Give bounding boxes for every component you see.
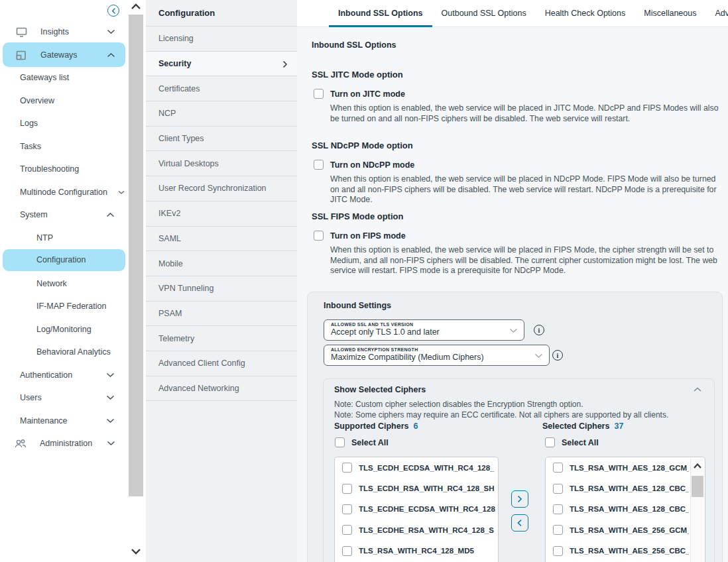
- supported-select-all-checkbox[interactable]: [335, 437, 345, 447]
- menu-item-label: Advanced Client Config: [158, 359, 245, 368]
- sidebar-item-configuration[interactable]: Configuration: [36, 249, 86, 271]
- scroll-up-icon[interactable]: [693, 463, 702, 469]
- cipher-checkbox[interactable]: [553, 463, 563, 473]
- ndcpp-checkbox[interactable]: [314, 160, 324, 170]
- chevron-down-icon: [107, 29, 115, 34]
- menu-item-label: IKEv2: [158, 209, 180, 218]
- cipher-row[interactable]: TLS_ECDHE_ECDSA_WITH_RC4_128: [335, 499, 498, 520]
- menu-item-vpn-tunneling[interactable]: VPN Tunneling: [146, 276, 297, 302]
- menu-item-telemetry[interactable]: Telemetry: [146, 326, 297, 351]
- cipher-row[interactable]: TLS_ECDHE_RSA_WITH_RC4_128_S: [335, 520, 498, 540]
- sidebar-item-overview[interactable]: Overview: [20, 89, 54, 112]
- cipher-row[interactable]: TLS_ECDH_RSA_WITH_RC4_128_SH: [335, 478, 498, 498]
- cipher-row[interactable]: TLS_RSA_WITH_AES_256_GCM_: [546, 520, 705, 540]
- supported-select-all-row: Select All: [335, 437, 389, 447]
- menu-header: Configuration: [146, 0, 297, 27]
- sidebar-item-label: Maintenance: [20, 416, 68, 425]
- encryption-strength-info-icon[interactable]: i: [552, 350, 563, 361]
- sidebar-item-gateways[interactable]: Gateways: [15, 44, 121, 66]
- sidebar-item-ifmap-federation[interactable]: IF-MAP Federation: [36, 295, 106, 317]
- menu-item-ikev2[interactable]: IKEv2: [146, 201, 297, 227]
- cipher-checkbox[interactable]: [342, 484, 352, 494]
- ciphers-list-scrollbar[interactable]: [690, 459, 703, 562]
- sidebar-item-ntp[interactable]: NTP: [36, 227, 53, 249]
- menu-item-psam[interactable]: PSAM: [146, 302, 297, 327]
- cipher-checkbox[interactable]: [342, 504, 352, 514]
- cipher-row[interactable]: TLS_RSA_WITH_AES_128_CBC_S: [546, 478, 705, 498]
- tab-miscellaneous[interactable]: Miscellaneous: [635, 0, 705, 27]
- cipher-row[interactable]: TLS_RSA_WITH_RC4_128_MD5: [335, 541, 498, 561]
- selected-select-all-row: Select All: [545, 437, 599, 447]
- sidebar-item-logs[interactable]: Logs: [20, 112, 38, 135]
- menu-item-label: NCP: [158, 109, 176, 118]
- sidebar-item-gateways-list[interactable]: Gateways list: [20, 66, 69, 89]
- cipher-row[interactable]: TLS_RSA_WITH_AES_128_CBC_S: [546, 499, 705, 520]
- encryption-strength-dropdown[interactable]: ALLOWED ENCRYPTION STRENGTH Maximize Com…: [324, 345, 550, 366]
- sidebar-item-multinode-configuration[interactable]: Multinode Configuration: [20, 181, 125, 203]
- menu-item-advanced-client-config[interactable]: Advanced Client Config: [146, 351, 297, 376]
- menu-item-virtual-desktops[interactable]: Virtual Desktops: [146, 151, 297, 176]
- menu-item-licensing[interactable]: Licensing: [146, 27, 297, 52]
- cipher-checkbox[interactable]: [553, 525, 563, 535]
- supported-ciphers-label: Supported Ciphers: [334, 422, 409, 431]
- scroll-up-icon[interactable]: [130, 3, 142, 11]
- fips-checkbox[interactable]: [314, 231, 324, 241]
- cipher-checkbox[interactable]: [553, 484, 563, 494]
- ssl-tls-version-info-icon[interactable]: i: [534, 325, 544, 335]
- menu-item-certificates[interactable]: Certificates: [146, 76, 297, 101]
- chevron-down-icon: [118, 190, 125, 195]
- sidebar-item-troubleshooting[interactable]: Troubleshooting: [20, 158, 79, 180]
- sidebar-item-users[interactable]: Users: [20, 386, 115, 409]
- menu-item-label: Virtual Desktops: [158, 159, 219, 168]
- page-title: Inbound SSL Options: [312, 40, 396, 50]
- menu-item-advanced-networking[interactable]: Advanced Networking: [146, 376, 297, 402]
- menu-item-mobile[interactable]: Mobile: [146, 251, 297, 276]
- chevron-right-icon: [282, 60, 288, 68]
- sidebar-item-administration[interactable]: Administration: [15, 432, 121, 455]
- jitc-checkbox[interactable]: [314, 89, 324, 99]
- scroll-down-icon[interactable]: [130, 547, 142, 555]
- cipher-row[interactable]: TLS_RSA_WITH_AES_128_GCM_: [546, 457, 705, 478]
- sidebar-item-system[interactable]: System: [20, 203, 115, 226]
- sidebar-item-authentication[interactable]: Authentication: [20, 364, 115, 386]
- sidebar-item-insights[interactable]: Insights: [15, 21, 121, 43]
- sidebar-item-maintenance[interactable]: Maintenance: [20, 410, 115, 432]
- sidebar-collapse-button[interactable]: [107, 5, 119, 17]
- tab-inbound-ssl-options[interactable]: Inbound SSL Options: [329, 0, 432, 27]
- menu-item-saml[interactable]: SAML: [146, 227, 297, 252]
- move-left-button[interactable]: [511, 514, 528, 532]
- sidebar-item-log-monitoring[interactable]: Log/Monitoring: [36, 318, 91, 341]
- cipher-row[interactable]: TLS_ECDH_ECDSA_WITH_RC4_128_: [335, 457, 498, 478]
- collapse-chevron-up-icon[interactable]: [693, 386, 702, 392]
- ssl-tls-version-dropdown[interactable]: ALLOWED SSL AND TLS VERSION Accept only …: [324, 319, 524, 341]
- tab-label: Health Check Options: [545, 9, 626, 18]
- cipher-checkbox[interactable]: [553, 546, 563, 556]
- scrollbar-thumb[interactable]: [129, 15, 143, 496]
- menu-item-ncp[interactable]: NCP: [146, 101, 297, 127]
- menu-item-label: SAML: [158, 234, 181, 243]
- dropdown-value: Maximize Compatibility (Medium Ciphers): [331, 353, 532, 362]
- cipher-checkbox[interactable]: [342, 463, 352, 473]
- cipher-row[interactable]: TLS_RSA_WITH_AES_256_CBC_: [546, 541, 705, 561]
- sidebar-item-behavioral-analytics[interactable]: Behavioral Analytics: [36, 341, 111, 363]
- tab-advanced[interactable]: Advanced: [705, 0, 728, 27]
- selected-select-all-checkbox[interactable]: [545, 437, 555, 447]
- tab-health-check-options[interactable]: Health Check Options: [536, 0, 635, 27]
- menu-item-client-types[interactable]: Client Types: [146, 127, 297, 152]
- scrollbar-thumb[interactable]: [692, 476, 703, 497]
- cipher-checkbox[interactable]: [342, 546, 352, 556]
- sidebar-scrollbar[interactable]: [128, 0, 144, 562]
- menu-item-user-record-synchronization[interactable]: User Record Synchronization: [146, 176, 297, 201]
- fips-checkbox-label: Turn on FIPS mode: [330, 231, 406, 241]
- sidebar-item-network[interactable]: Network: [36, 272, 67, 295]
- sidebar-item-label: Insights: [40, 27, 69, 36]
- cipher-checkbox[interactable]: [342, 525, 352, 535]
- tab-outbound-ssl-options[interactable]: Outbound SSL Options: [432, 0, 536, 27]
- menu-item-security[interactable]: Security: [146, 52, 297, 77]
- move-right-button[interactable]: [511, 490, 528, 508]
- chevron-down-icon: [534, 353, 543, 359]
- sidebar-item-label: Configuration: [36, 255, 86, 264]
- sidebar-item-tasks[interactable]: Tasks: [20, 135, 41, 158]
- cipher-checkbox[interactable]: [553, 504, 563, 514]
- tab-bar: Inbound SSL Options Outbound SSL Options…: [297, 0, 728, 27]
